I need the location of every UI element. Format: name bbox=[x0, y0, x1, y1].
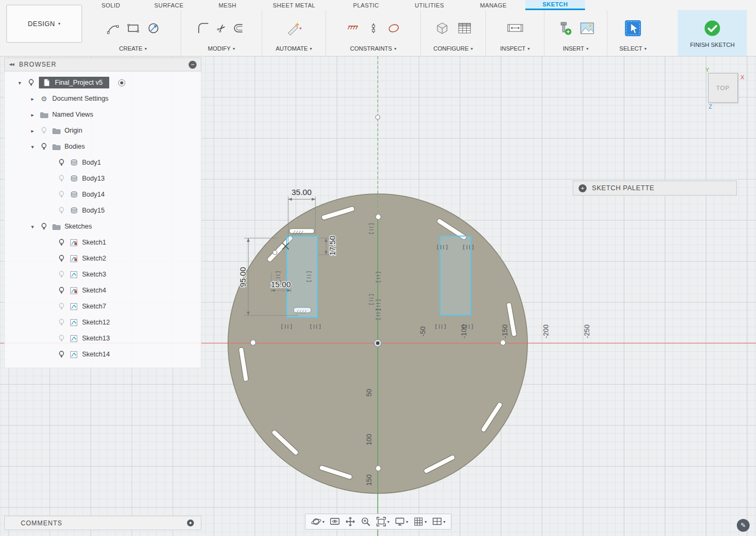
minimize-panel-icon[interactable]: − bbox=[189, 61, 197, 69]
zoom-icon[interactable] bbox=[360, 516, 371, 527]
visibility-bulb-icon[interactable] bbox=[57, 207, 66, 214]
comments-bar[interactable]: COMMENTS bbox=[4, 516, 201, 530]
tree-item-sketch7[interactable]: Sketch7 bbox=[5, 298, 201, 314]
tab-sketch[interactable]: SKETCH bbox=[525, 0, 585, 10]
visibility-bulb-icon[interactable] bbox=[39, 143, 48, 150]
tree-item-sketch4[interactable]: Sketch4 bbox=[5, 282, 201, 298]
visibility-bulb-icon[interactable] bbox=[57, 175, 66, 182]
fix-constraint-icon[interactable] bbox=[346, 21, 361, 36]
visibility-bulb-icon[interactable] bbox=[39, 127, 48, 134]
constraints-menu-button[interactable]: CONSTRAINTS ▾ bbox=[350, 45, 396, 52]
tree-item-sketch1[interactable]: Sketch1 bbox=[5, 234, 201, 250]
expand-palette-icon[interactable]: + bbox=[579, 184, 587, 192]
visibility-bulb-icon[interactable] bbox=[57, 159, 66, 166]
viewcube-top-face[interactable]: TOP bbox=[709, 74, 737, 102]
expanded-arrow-icon[interactable]: ▾ bbox=[29, 224, 36, 230]
tree-item-sketch14[interactable]: Sketch14 bbox=[5, 346, 201, 362]
finish-sketch-button[interactable]: FINISH SKETCH bbox=[678, 10, 747, 56]
tab-solid[interactable]: SOLID bbox=[85, 0, 136, 10]
tree-item-sketch3[interactable]: Sketch3 bbox=[5, 266, 201, 282]
tree-item-final-project-v5[interactable]: ▾Final_Project v5 bbox=[5, 75, 201, 91]
tab-utilities[interactable]: UTILITIES bbox=[397, 0, 461, 10]
sketch-rectangle-icon[interactable] bbox=[126, 21, 141, 36]
visibility-bulb-icon[interactable] bbox=[57, 191, 66, 198]
visibility-bulb-icon[interactable] bbox=[57, 303, 66, 310]
automate-menu-button[interactable]: AUTOMATE ▾ bbox=[275, 45, 312, 52]
collapsed-arrow-icon[interactable]: ▸ bbox=[29, 128, 36, 134]
visibility-bulb-icon[interactable] bbox=[27, 79, 35, 86]
insert-fastener-icon[interactable] bbox=[556, 20, 573, 37]
configuration-table-icon[interactable] bbox=[456, 20, 473, 37]
visibility-bulb-icon[interactable] bbox=[57, 319, 66, 326]
expanded-arrow-icon[interactable]: ▾ bbox=[29, 144, 36, 150]
configuration-box-icon[interactable] bbox=[434, 20, 451, 37]
feedback-pencil-icon[interactable]: ✎ bbox=[737, 519, 750, 532]
automated-sketch-icon[interactable] bbox=[284, 20, 304, 37]
finish-sketch-label: FINISH SKETCH bbox=[690, 42, 735, 48]
tree-item-origin[interactable]: ▸Origin bbox=[5, 123, 201, 139]
selected-item-highlight[interactable]: Final_Project v5 bbox=[39, 77, 109, 88]
tree-item-document-settings[interactable]: ▸⚙Document Settings bbox=[5, 91, 201, 107]
viewcube[interactable]: Y X Z TOP bbox=[708, 73, 738, 103]
visibility-bulb-icon[interactable] bbox=[57, 255, 66, 262]
tangent-constraint-icon[interactable] bbox=[386, 21, 401, 36]
canvas-image-icon[interactable] bbox=[579, 21, 596, 36]
sketch-line-icon[interactable] bbox=[105, 21, 120, 36]
tree-item-sketch13[interactable]: Sketch13 bbox=[5, 330, 201, 346]
workspace-switcher-button[interactable]: DESIGN ▾ bbox=[6, 5, 82, 43]
pan-icon[interactable] bbox=[345, 516, 355, 527]
viewports-icon[interactable]: ▾ bbox=[432, 516, 445, 527]
coincident-constraint-icon[interactable] bbox=[366, 21, 381, 36]
modify-menu-button[interactable]: MODIFY ▾ bbox=[208, 45, 235, 52]
select-menu-button[interactable]: SELECT ▾ bbox=[620, 45, 647, 52]
visibility-bulb-icon[interactable] bbox=[57, 239, 66, 246]
tree-item-sketches[interactable]: ▾Sketches bbox=[5, 218, 201, 234]
visibility-bulb-icon[interactable] bbox=[57, 335, 66, 342]
origin-point[interactable] bbox=[374, 339, 381, 347]
look-at-icon[interactable] bbox=[329, 516, 340, 527]
tab-manage[interactable]: MANAGE bbox=[461, 0, 525, 10]
sketch-palette-bar[interactable]: + SKETCH PALETTE bbox=[573, 181, 737, 196]
collapse-panel-icon[interactable]: ◀◀ bbox=[9, 62, 14, 67]
tab-surface[interactable]: SURFACE bbox=[136, 0, 201, 10]
create-menu-button[interactable]: CREATE ▾ bbox=[119, 45, 147, 52]
tree-item-named-views[interactable]: ▸Named Views bbox=[5, 107, 201, 123]
display-settings-icon[interactable]: ▾ bbox=[394, 516, 408, 527]
inspect-menu-button[interactable]: INSPECT ▾ bbox=[500, 45, 530, 52]
tree-item-sketch2[interactable]: Sketch2 bbox=[5, 250, 201, 266]
configure-menu-button[interactable]: CONFIGURE ▾ bbox=[433, 45, 473, 52]
grid-settings-icon[interactable]: ▾ bbox=[413, 516, 427, 527]
measure-icon[interactable] bbox=[506, 21, 525, 36]
activate-component-radio[interactable] bbox=[118, 79, 126, 87]
selected-sketch-rectangle-left[interactable] bbox=[287, 236, 318, 318]
tree-item-bodies[interactable]: ▾Bodies bbox=[5, 139, 201, 155]
orbit-icon[interactable]: ▾ bbox=[311, 516, 324, 527]
tree-item-body13[interactable]: Body13 bbox=[5, 170, 201, 186]
trim-icon[interactable]: ✂ bbox=[216, 21, 226, 35]
tab-mesh[interactable]: MESH bbox=[201, 0, 254, 10]
fillet-icon[interactable] bbox=[196, 21, 211, 36]
expanded-arrow-icon[interactable]: ▾ bbox=[17, 80, 23, 86]
tree-item-body15[interactable]: Body15 bbox=[5, 202, 201, 218]
insert-menu-button[interactable]: INSERT ▾ bbox=[563, 45, 588, 52]
select-cursor-icon[interactable] bbox=[623, 19, 643, 38]
comments-target-icon[interactable] bbox=[186, 519, 194, 527]
sketch-circle-icon[interactable] bbox=[146, 21, 161, 36]
visibility-bulb-icon[interactable] bbox=[57, 351, 66, 358]
tree-item-body1[interactable]: Body1 bbox=[5, 155, 201, 170]
sketch-locked-icon bbox=[69, 255, 78, 263]
visibility-bulb-icon[interactable] bbox=[57, 271, 66, 278]
visibility-bulb-icon[interactable] bbox=[39, 223, 48, 230]
fit-icon[interactable]: ▾ bbox=[376, 516, 389, 527]
offset-icon[interactable] bbox=[232, 21, 247, 36]
browser-header[interactable]: ◀◀ BROWSER − bbox=[4, 58, 201, 71]
selected-sketch-rectangle-right[interactable] bbox=[440, 236, 471, 315]
visibility-bulb-icon[interactable] bbox=[57, 287, 66, 294]
tree-item-sketch12[interactable]: Sketch12 bbox=[5, 314, 201, 330]
tree-item-body14[interactable]: Body14 bbox=[5, 186, 201, 202]
collapsed-arrow-icon[interactable]: ▸ bbox=[29, 112, 36, 118]
tab-sheet-metal[interactable]: SHEET METAL bbox=[254, 0, 335, 10]
tree-item-label: Sketch1 bbox=[82, 239, 106, 246]
collapsed-arrow-icon[interactable]: ▸ bbox=[29, 96, 36, 102]
tab-plastic[interactable]: PLASTIC bbox=[335, 0, 397, 10]
